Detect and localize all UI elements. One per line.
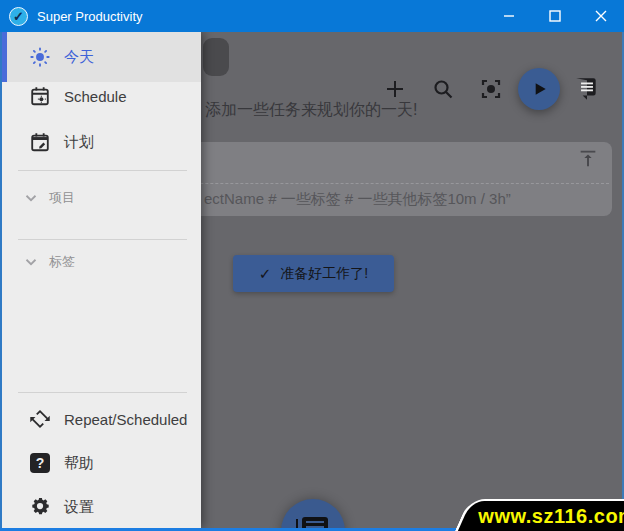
watermark-banner: www.sz116.com <box>455 499 624 531</box>
chevron-down-icon <box>22 253 40 271</box>
sidebar-group-label: 标签 <box>49 253 75 271</box>
sidebar-item-help[interactable]: ? 帮助 <box>2 441 201 485</box>
page-title-partial <box>203 38 229 76</box>
close-button[interactable] <box>578 0 624 32</box>
divider <box>18 392 187 393</box>
sidebar-group-label: 项目 <box>49 189 75 207</box>
sidebar-item-label: Schedule <box>64 88 127 105</box>
play-button[interactable] <box>518 68 560 110</box>
sidebar-group-projects[interactable]: 项目 <box>2 178 201 218</box>
sidebar-item-label: 设置 <box>64 498 94 517</box>
search-button[interactable] <box>428 74 458 104</box>
help-icon: ? <box>28 451 52 475</box>
sidebar-item-repeat-scheduled[interactable]: Repeat/Scheduled <box>2 397 201 441</box>
calendar-edit-icon <box>28 130 52 154</box>
vertical-align-top-icon[interactable] <box>577 148 599 170</box>
sidebar-item-plan[interactable]: 计划 <box>2 120 201 164</box>
add-task-input-placeholder[interactable]: ectName # 一些标签 # 一些其他标签10m / 3h” <box>204 190 511 209</box>
minimize-button[interactable] <box>486 0 532 32</box>
sidebar-group-tags[interactable]: 标签 <box>2 242 201 282</box>
divider <box>18 239 187 240</box>
sidebar-item-label: Repeat/Scheduled <box>64 411 187 428</box>
sun-icon <box>28 45 52 69</box>
focus-mode-button[interactable] <box>476 74 506 104</box>
sidebar-item-label: 今天 <box>64 48 94 67</box>
gear-icon <box>28 495 52 519</box>
sidebar-item-label: 帮助 <box>64 454 94 473</box>
window-border-left <box>0 32 2 531</box>
divider <box>18 170 187 171</box>
ready-to-work-button[interactable]: ✓ 准备好工作了! <box>233 255 394 292</box>
check-icon: ✓ <box>259 265 272 283</box>
sidebar: 今天 Schedule 计划 项目 <box>2 32 201 528</box>
ready-button-label: 准备好工作了! <box>280 265 368 283</box>
repeat-icon <box>28 407 52 431</box>
maximize-button[interactable] <box>532 0 578 32</box>
titlebar: ✓ Super Productivity <box>0 0 624 32</box>
add-task-bar-fab[interactable] <box>281 499 345 531</box>
sidebar-item-label: 计划 <box>64 133 94 152</box>
calendar-sun-icon <box>28 84 52 108</box>
sidebar-item-schedule[interactable]: Schedule <box>2 74 201 118</box>
feedback-icon[interactable] <box>572 74 602 104</box>
window-title: Super Productivity <box>37 9 486 24</box>
sidebar-item-settings[interactable]: 设置 <box>2 485 201 529</box>
empty-day-heading: 添加一些任务来规划你的一天! <box>205 100 417 121</box>
app-logo-icon: ✓ <box>9 7 28 26</box>
chevron-down-icon <box>22 189 40 207</box>
watermark-text: www.sz116.com <box>465 505 624 528</box>
